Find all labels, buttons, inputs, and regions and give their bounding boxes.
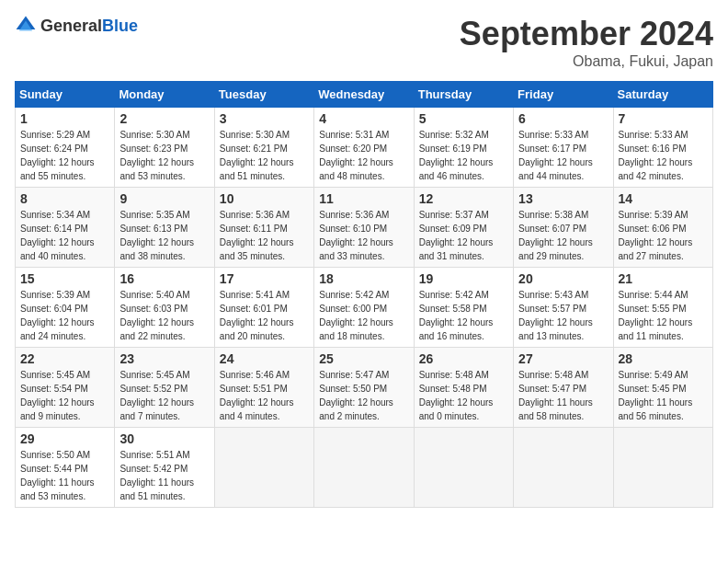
day-number: 6 bbox=[518, 111, 608, 126]
calendar-cell: 15 Sunrise: 5:39 AMSunset: 6:04 PMDaylig… bbox=[16, 268, 115, 348]
week-row-4: 22 Sunrise: 5:45 AMSunset: 5:54 PMDaylig… bbox=[16, 348, 713, 428]
day-info: Sunrise: 5:36 AMSunset: 6:11 PMDaylight:… bbox=[220, 208, 309, 263]
day-number: 5 bbox=[419, 111, 508, 126]
calendar-cell bbox=[613, 428, 712, 508]
calendar-cell: 25 Sunrise: 5:47 AMSunset: 5:50 PMDaylig… bbox=[314, 348, 414, 428]
day-info: Sunrise: 5:43 AMSunset: 5:57 PMDaylight:… bbox=[518, 288, 608, 343]
calendar-cell bbox=[314, 428, 414, 508]
day-number: 10 bbox=[220, 191, 309, 206]
day-info: Sunrise: 5:40 AMSunset: 6:03 PMDaylight:… bbox=[119, 288, 209, 343]
weekday-header-monday: Monday bbox=[115, 82, 214, 108]
day-info: Sunrise: 5:30 AMSunset: 6:23 PMDaylight:… bbox=[119, 128, 209, 183]
day-info: Sunrise: 5:30 AMSunset: 6:21 PMDaylight:… bbox=[220, 128, 309, 183]
calendar-cell: 26 Sunrise: 5:48 AMSunset: 5:48 PMDaylig… bbox=[414, 348, 513, 428]
calendar-cell: 28 Sunrise: 5:49 AMSunset: 5:45 PMDaylig… bbox=[613, 348, 712, 428]
day-number: 16 bbox=[119, 271, 209, 286]
day-number: 22 bbox=[20, 351, 109, 366]
week-row-2: 8 Sunrise: 5:34 AMSunset: 6:14 PMDayligh… bbox=[16, 188, 713, 268]
logo-text: GeneralBlue bbox=[40, 17, 138, 36]
calendar-cell bbox=[514, 428, 613, 508]
calendar-cell: 5 Sunrise: 5:32 AMSunset: 6:19 PMDayligh… bbox=[414, 108, 513, 188]
calendar-cell: 4 Sunrise: 5:31 AMSunset: 6:20 PMDayligh… bbox=[314, 108, 414, 188]
day-info: Sunrise: 5:45 AMSunset: 5:52 PMDaylight:… bbox=[119, 368, 209, 423]
day-number: 8 bbox=[20, 191, 109, 206]
day-number: 18 bbox=[319, 271, 408, 286]
day-info: Sunrise: 5:32 AMSunset: 6:19 PMDaylight:… bbox=[419, 128, 508, 183]
calendar-cell: 3 Sunrise: 5:30 AMSunset: 6:21 PMDayligh… bbox=[214, 108, 313, 188]
day-info: Sunrise: 5:31 AMSunset: 6:20 PMDaylight:… bbox=[319, 128, 408, 183]
day-number: 26 bbox=[419, 351, 508, 366]
logo: GeneralBlue bbox=[15, 15, 138, 37]
calendar-cell: 13 Sunrise: 5:38 AMSunset: 6:07 PMDaylig… bbox=[514, 188, 613, 268]
month-title: September 2024 bbox=[460, 15, 713, 53]
day-info: Sunrise: 5:49 AMSunset: 5:45 PMDaylight:… bbox=[619, 368, 708, 423]
day-info: Sunrise: 5:33 AMSunset: 6:16 PMDaylight:… bbox=[619, 128, 708, 183]
calendar-table: SundayMondayTuesdayWednesdayThursdayFrid… bbox=[15, 81, 713, 508]
weekday-header-wednesday: Wednesday bbox=[314, 82, 414, 108]
day-number: 20 bbox=[518, 271, 608, 286]
day-info: Sunrise: 5:42 AMSunset: 6:00 PMDaylight:… bbox=[319, 288, 408, 343]
weekday-header-friday: Friday bbox=[514, 82, 613, 108]
day-info: Sunrise: 5:35 AMSunset: 6:13 PMDaylight:… bbox=[119, 208, 209, 263]
calendar-cell bbox=[214, 428, 313, 508]
calendar-cell: 27 Sunrise: 5:48 AMSunset: 5:47 PMDaylig… bbox=[514, 348, 613, 428]
week-row-1: 1 Sunrise: 5:29 AMSunset: 6:24 PMDayligh… bbox=[16, 108, 713, 188]
day-info: Sunrise: 5:34 AMSunset: 6:14 PMDaylight:… bbox=[20, 208, 109, 263]
day-number: 19 bbox=[419, 271, 508, 286]
calendar-cell: 22 Sunrise: 5:45 AMSunset: 5:54 PMDaylig… bbox=[16, 348, 115, 428]
day-number: 30 bbox=[119, 431, 209, 446]
day-number: 15 bbox=[20, 271, 109, 286]
calendar-cell: 11 Sunrise: 5:36 AMSunset: 6:10 PMDaylig… bbox=[314, 188, 414, 268]
day-number: 23 bbox=[119, 351, 209, 366]
day-number: 12 bbox=[419, 191, 508, 206]
calendar-cell: 16 Sunrise: 5:40 AMSunset: 6:03 PMDaylig… bbox=[115, 268, 214, 348]
calendar-cell: 12 Sunrise: 5:37 AMSunset: 6:09 PMDaylig… bbox=[414, 188, 513, 268]
weekday-header-tuesday: Tuesday bbox=[214, 82, 313, 108]
calendar-cell: 17 Sunrise: 5:41 AMSunset: 6:01 PMDaylig… bbox=[214, 268, 313, 348]
day-info: Sunrise: 5:41 AMSunset: 6:01 PMDaylight:… bbox=[220, 288, 309, 343]
title-section: September 2024 Obama, Fukui, Japan bbox=[460, 15, 713, 70]
day-info: Sunrise: 5:39 AMSunset: 6:06 PMDaylight:… bbox=[619, 208, 708, 263]
day-info: Sunrise: 5:38 AMSunset: 6:07 PMDaylight:… bbox=[518, 208, 608, 263]
weekday-header-sunday: Sunday bbox=[16, 82, 115, 108]
day-number: 7 bbox=[619, 111, 708, 126]
calendar-cell: 20 Sunrise: 5:43 AMSunset: 5:57 PMDaylig… bbox=[514, 268, 613, 348]
weekday-header-thursday: Thursday bbox=[414, 82, 513, 108]
week-row-5: 29 Sunrise: 5:50 AMSunset: 5:44 PMDaylig… bbox=[16, 428, 713, 508]
day-info: Sunrise: 5:48 AMSunset: 5:47 PMDaylight:… bbox=[518, 368, 608, 423]
day-number: 4 bbox=[319, 111, 408, 126]
day-number: 2 bbox=[119, 111, 209, 126]
day-info: Sunrise: 5:37 AMSunset: 6:09 PMDaylight:… bbox=[419, 208, 508, 263]
calendar-cell: 29 Sunrise: 5:50 AMSunset: 5:44 PMDaylig… bbox=[16, 428, 115, 508]
calendar-cell: 30 Sunrise: 5:51 AMSunset: 5:42 PMDaylig… bbox=[115, 428, 214, 508]
day-info: Sunrise: 5:50 AMSunset: 5:44 PMDaylight:… bbox=[20, 448, 109, 503]
calendar-cell: 2 Sunrise: 5:30 AMSunset: 6:23 PMDayligh… bbox=[115, 108, 214, 188]
day-number: 3 bbox=[220, 111, 309, 126]
day-info: Sunrise: 5:45 AMSunset: 5:54 PMDaylight:… bbox=[20, 368, 109, 423]
day-info: Sunrise: 5:39 AMSunset: 6:04 PMDaylight:… bbox=[20, 288, 109, 343]
calendar-cell bbox=[414, 428, 513, 508]
day-number: 28 bbox=[619, 351, 708, 366]
page-header: GeneralBlue September 2024 Obama, Fukui,… bbox=[15, 15, 713, 70]
day-number: 24 bbox=[220, 351, 309, 366]
day-info: Sunrise: 5:29 AMSunset: 6:24 PMDaylight:… bbox=[20, 128, 109, 183]
day-number: 17 bbox=[220, 271, 309, 286]
day-number: 25 bbox=[319, 351, 408, 366]
day-info: Sunrise: 5:48 AMSunset: 5:48 PMDaylight:… bbox=[419, 368, 508, 423]
day-number: 29 bbox=[20, 431, 109, 446]
calendar-cell: 18 Sunrise: 5:42 AMSunset: 6:00 PMDaylig… bbox=[314, 268, 414, 348]
day-number: 1 bbox=[20, 111, 109, 126]
week-row-3: 15 Sunrise: 5:39 AMSunset: 6:04 PMDaylig… bbox=[16, 268, 713, 348]
weekday-header-row: SundayMondayTuesdayWednesdayThursdayFrid… bbox=[16, 82, 713, 108]
day-info: Sunrise: 5:51 AMSunset: 5:42 PMDaylight:… bbox=[119, 448, 209, 503]
day-info: Sunrise: 5:42 AMSunset: 5:58 PMDaylight:… bbox=[419, 288, 508, 343]
day-number: 11 bbox=[319, 191, 408, 206]
calendar-cell: 1 Sunrise: 5:29 AMSunset: 6:24 PMDayligh… bbox=[16, 108, 115, 188]
calendar-cell: 6 Sunrise: 5:33 AMSunset: 6:17 PMDayligh… bbox=[514, 108, 613, 188]
calendar-cell: 7 Sunrise: 5:33 AMSunset: 6:16 PMDayligh… bbox=[613, 108, 712, 188]
calendar-cell: 9 Sunrise: 5:35 AMSunset: 6:13 PMDayligh… bbox=[115, 188, 214, 268]
day-info: Sunrise: 5:33 AMSunset: 6:17 PMDaylight:… bbox=[518, 128, 608, 183]
calendar-cell: 14 Sunrise: 5:39 AMSunset: 6:06 PMDaylig… bbox=[613, 188, 712, 268]
calendar-cell: 8 Sunrise: 5:34 AMSunset: 6:14 PMDayligh… bbox=[16, 188, 115, 268]
day-info: Sunrise: 5:46 AMSunset: 5:51 PMDaylight:… bbox=[220, 368, 309, 423]
